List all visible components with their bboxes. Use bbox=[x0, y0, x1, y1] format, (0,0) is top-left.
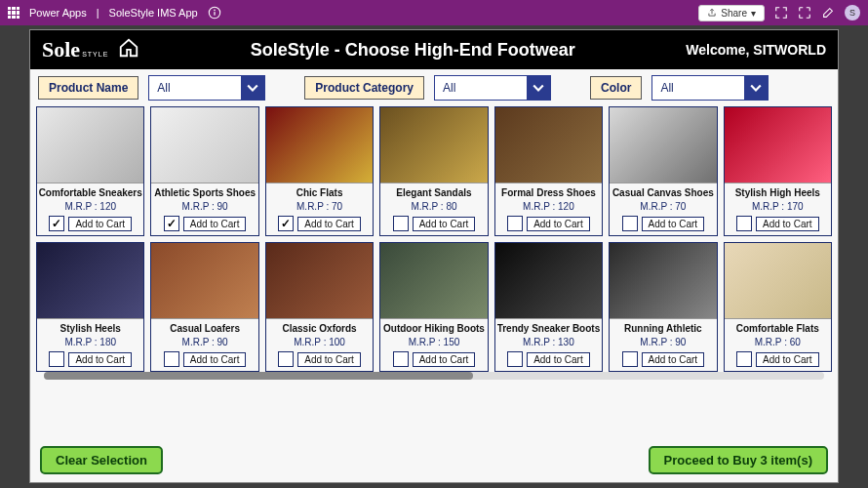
fullscreen-icon[interactable] bbox=[798, 6, 811, 20]
product-price: M.R.P : 80 bbox=[411, 201, 456, 212]
clear-selection-button[interactable]: Clear Selection bbox=[40, 446, 163, 474]
product-image bbox=[610, 107, 716, 183]
add-to-cart-checkbox[interactable] bbox=[164, 216, 179, 231]
add-to-cart-label: Add to Cart bbox=[527, 217, 590, 231]
add-to-cart-checkbox[interactable] bbox=[736, 216, 752, 231]
product-price: M.R.P : 170 bbox=[752, 201, 804, 212]
filter-select[interactable]: All bbox=[651, 75, 769, 101]
product-name: Trendy Sneaker Boots bbox=[497, 323, 601, 335]
product-image bbox=[725, 243, 831, 319]
product-image bbox=[725, 107, 831, 183]
product-price: M.R.P : 180 bbox=[64, 337, 116, 347]
product-card: Running Athletic ShoesM.R.P : 90Add to C… bbox=[609, 242, 717, 372]
product-price: M.R.P : 70 bbox=[640, 201, 686, 212]
product-name: Chic Flats bbox=[296, 187, 343, 199]
add-to-cart-label: Add to Cart bbox=[183, 217, 247, 231]
proceed-button[interactable]: Proceed to Buy 3 item(s) bbox=[649, 446, 828, 474]
add-to-cart-label: Add to Cart bbox=[68, 352, 132, 367]
product-name: Stylish Heels bbox=[60, 323, 121, 335]
product-image bbox=[37, 107, 143, 183]
app-launcher-icon[interactable] bbox=[8, 7, 20, 19]
product-name: Stylish High Heels bbox=[735, 187, 820, 199]
product-image bbox=[610, 243, 716, 319]
product-card: Elegant SandalsM.R.P : 80Add to Cart bbox=[379, 106, 488, 236]
chevron-down-icon bbox=[241, 76, 264, 100]
logo: SoleSTYLE bbox=[42, 37, 108, 62]
product-card: Athletic Sports ShoesM.R.P : 90Add to Ca… bbox=[150, 106, 258, 236]
product-price: M.R.P : 120 bbox=[64, 201, 116, 212]
filter-select[interactable]: All bbox=[434, 75, 551, 101]
product-name: Comfortable Sneakers bbox=[39, 187, 142, 199]
filter-label: Product Name bbox=[38, 76, 138, 100]
horizontal-scrollbar[interactable] bbox=[44, 372, 824, 380]
add-to-cart-label: Add to Cart bbox=[756, 352, 819, 367]
add-to-cart-label: Add to Cart bbox=[297, 217, 361, 231]
add-to-cart-checkbox[interactable] bbox=[49, 216, 64, 231]
page-title: SoleStyle - Choose High-End Footwear bbox=[149, 40, 676, 61]
filter-label: Product Category bbox=[304, 76, 424, 100]
add-to-cart-checkbox[interactable] bbox=[278, 216, 294, 231]
filter-select[interactable]: All bbox=[148, 75, 265, 101]
avatar[interactable]: S bbox=[845, 5, 860, 20]
add-to-cart-checkbox[interactable] bbox=[393, 216, 409, 231]
divider: | bbox=[97, 7, 99, 19]
product-name: Casual Canvas Shoes bbox=[612, 187, 714, 199]
info-icon[interactable] bbox=[208, 6, 221, 20]
add-to-cart-checkbox[interactable] bbox=[278, 351, 294, 367]
app-canvas: SoleSTYLE SoleStyle - Choose High-End Fo… bbox=[29, 29, 839, 483]
add-to-cart-checkbox[interactable] bbox=[164, 351, 179, 367]
platform-label: Power Apps bbox=[29, 7, 87, 19]
product-name: Running Athletic Shoes bbox=[610, 323, 716, 335]
filter-label: Color bbox=[590, 76, 642, 100]
product-image bbox=[151, 243, 257, 319]
product-price: M.R.P : 60 bbox=[755, 337, 801, 347]
product-image bbox=[266, 107, 373, 183]
product-price: M.R.P : 120 bbox=[523, 201, 574, 212]
product-card: Comfortable SneakersM.R.P : 120Add to Ca… bbox=[36, 106, 144, 236]
add-to-cart-checkbox[interactable] bbox=[736, 351, 752, 367]
product-image bbox=[380, 243, 487, 319]
add-to-cart-label: Add to Cart bbox=[413, 217, 476, 231]
add-to-cart-checkbox[interactable] bbox=[507, 216, 523, 231]
add-to-cart-label: Add to Cart bbox=[297, 352, 361, 367]
product-card: Classic OxfordsM.R.P : 100Add to Cart bbox=[265, 242, 374, 372]
product-image bbox=[380, 107, 487, 183]
product-card: Stylish High HeelsM.R.P : 170Add to Cart bbox=[724, 106, 832, 236]
add-to-cart-label: Add to Cart bbox=[527, 352, 590, 367]
product-card: Casual LoafersM.R.P : 90Add to Cart bbox=[150, 242, 258, 372]
product-image bbox=[37, 243, 143, 319]
product-price: M.R.P : 90 bbox=[640, 337, 686, 347]
scrollbar-thumb[interactable] bbox=[44, 372, 473, 380]
add-to-cart-label: Add to Cart bbox=[68, 217, 132, 231]
filter-value: All bbox=[652, 76, 744, 100]
product-price: M.R.P : 150 bbox=[409, 337, 460, 347]
product-card: Formal Dress ShoesM.R.P : 120Add to Cart bbox=[494, 106, 603, 236]
chevron-down-icon bbox=[527, 76, 550, 100]
add-to-cart-checkbox[interactable] bbox=[49, 351, 64, 367]
product-price: M.R.P : 90 bbox=[182, 201, 228, 212]
product-card: Trendy Sneaker BootsM.R.P : 130Add to Ca… bbox=[494, 242, 603, 372]
product-card: Outdoor Hiking BootsM.R.P : 150Add to Ca… bbox=[379, 242, 488, 372]
home-icon[interactable] bbox=[118, 37, 139, 62]
product-name: Elegant Sandals bbox=[396, 187, 471, 199]
add-to-cart-checkbox[interactable] bbox=[622, 351, 638, 367]
product-name: Athletic Sports Shoes bbox=[154, 187, 256, 199]
add-to-cart-label: Add to Cart bbox=[642, 352, 705, 367]
filter-value: All bbox=[149, 76, 241, 100]
edit-icon[interactable] bbox=[821, 6, 835, 20]
add-to-cart-checkbox[interactable] bbox=[507, 351, 523, 367]
product-name: Classic Oxfords bbox=[282, 323, 356, 335]
product-image bbox=[495, 243, 602, 319]
product-price: M.R.P : 90 bbox=[182, 337, 228, 347]
app-name-label: SoleStyle IMS App bbox=[109, 7, 198, 19]
add-to-cart-checkbox[interactable] bbox=[622, 216, 638, 231]
product-card: Stylish HeelsM.R.P : 180Add to Cart bbox=[36, 242, 144, 372]
welcome-label: Welcome, SITWORLD bbox=[686, 42, 826, 58]
product-name: Outdoor Hiking Boots bbox=[383, 323, 485, 335]
fit-icon[interactable] bbox=[774, 6, 788, 20]
filter-value: All bbox=[435, 76, 527, 100]
chevron-down-icon bbox=[744, 76, 768, 100]
filter-bar: Product NameAllProduct CategoryAllColorA… bbox=[30, 69, 838, 106]
add-to-cart-checkbox[interactable] bbox=[393, 351, 409, 367]
share-button[interactable]: Share ▾ bbox=[698, 5, 765, 21]
